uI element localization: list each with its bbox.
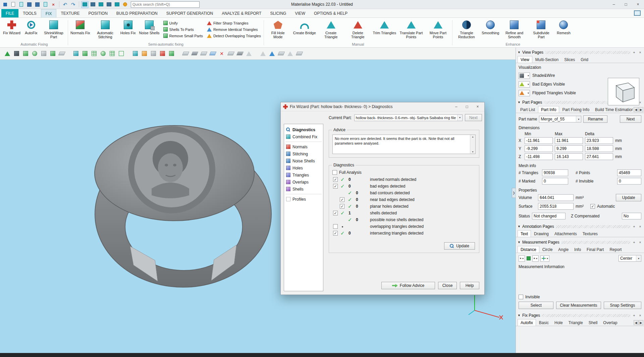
part-name-dropdown[interactable]: Merge_of_55 ▾ <box>539 116 581 122</box>
tab-options-help[interactable]: OPTIONS & HELP <box>310 9 352 17</box>
tab-info[interactable]: Info <box>572 246 584 253</box>
tab-part-info[interactable]: Part Info <box>538 106 559 113</box>
tab-file[interactable]: FILE <box>1 9 18 17</box>
create-triangle-button[interactable]: Create Triangle <box>318 19 344 40</box>
tab-build-time-estimation[interactable]: Build Time Estimation <box>592 106 636 113</box>
automatic-stitching-button[interactable]: Automatic Stitching <box>92 19 119 40</box>
pale-triangle-icon[interactable] <box>259 50 267 58</box>
close-icon[interactable]: × <box>638 225 642 228</box>
gray-plane-icon[interactable] <box>277 50 285 58</box>
tab-autofix[interactable]: Autofix <box>518 319 536 326</box>
color-swatch-button[interactable] <box>527 256 531 260</box>
bad-edges-dropdown[interactable]: ▾ <box>519 81 530 88</box>
tab-part-list[interactable]: Part List <box>518 106 538 113</box>
dialog-titlebar[interactable]: Fix Wizard (Part: hollow back- thickness… <box>281 102 484 111</box>
x-min-field[interactable] <box>525 137 553 144</box>
tab-build-preparation[interactable]: BUILD PREPARATION <box>112 9 162 17</box>
unify-button[interactable]: Unify <box>161 20 205 26</box>
tab-support-generation[interactable]: SUPPORT GENERATION <box>162 9 217 17</box>
current-part-dropdown[interactable]: hollow back- thickness- 0.6-mm- obj- Sat… <box>354 114 463 121</box>
zoom-out-icon[interactable] <box>113 1 121 8</box>
tab-scroll-right-icon[interactable]: ▶ <box>639 320 643 325</box>
blue-plane-icon[interactable] <box>209 50 217 58</box>
rename-button[interactable]: Rename <box>583 115 607 123</box>
snap-settings-button[interactable]: Snap Settings <box>604 302 641 309</box>
axis-mode-dropdown[interactable]: ▾ <box>540 255 549 262</box>
pin-icon[interactable]: + <box>632 51 636 54</box>
detect-overlapping-triangles-button[interactable]: Detect Overlapping Triangles <box>205 33 263 39</box>
tab-texture[interactable]: TEXTURE <box>56 9 84 17</box>
tab-grid[interactable]: Grid <box>578 56 591 63</box>
tab-triangle[interactable]: Triangle <box>566 319 586 326</box>
sidebar-item-normals[interactable]: Normals <box>284 143 323 150</box>
tab-text[interactable]: Text <box>518 230 531 237</box>
sidebar-item-triangles[interactable]: Triangles <box>284 171 323 178</box>
invisible-checkbox[interactable] <box>519 295 523 299</box>
gray-cube-icon[interactable] <box>149 50 157 58</box>
close-icon[interactable]: × <box>638 314 642 317</box>
y-delta-field[interactable] <box>585 145 613 152</box>
tab-attachments[interactable]: Attachments <box>552 231 580 237</box>
y-min-field[interactable] <box>525 145 553 152</box>
fix-pages-header[interactable]: ▼ Fix Pages + × <box>516 312 644 318</box>
tab-view[interactable]: View <box>518 56 532 63</box>
sidebar-item-overlaps[interactable]: Overlaps <box>284 178 323 186</box>
tab-overlap[interactable]: Overlap <box>600 319 620 326</box>
fill-hole-mode-button[interactable]: Fill Hole Mode <box>265 19 291 40</box>
remove-identical-triangles-button[interactable]: Remove Identical Triangles <box>205 26 263 33</box>
checkbox[interactable] <box>340 204 344 209</box>
holes-fix-button[interactable]: Holes Fix <box>119 19 138 36</box>
move-part-points-button[interactable]: Move Part Points <box>425 19 451 40</box>
help-button[interactable]: Help <box>460 282 479 289</box>
tab-hole[interactable]: Hole <box>552 319 566 326</box>
sidebar-item-shells[interactable]: Shells <box>284 186 323 193</box>
pale-triangle-icon[interactable] <box>286 50 294 58</box>
trim-triangles-button[interactable]: Trim Triangles <box>371 19 398 36</box>
pale-triangle-icon[interactable] <box>245 50 253 58</box>
quick-search-input[interactable] <box>131 1 200 8</box>
orange-cube-icon[interactable] <box>140 50 148 58</box>
shells-to-parts-button[interactable]: Shells To Parts <box>161 26 205 33</box>
filter-sharp-triangles-button[interactable]: Filter Sharp Triangles <box>205 20 263 26</box>
center-mode-dropdown[interactable]: Center ▾ <box>619 255 641 262</box>
tab-scroll-left-icon[interactable]: ◀ <box>634 107 638 112</box>
scrollbar[interactable]: ▲ ▼ <box>470 135 475 154</box>
sidebar-item-profiles[interactable]: Profiles <box>284 196 323 203</box>
pin-icon[interactable]: + <box>632 241 636 244</box>
update-diagnostics-button[interactable]: Update <box>444 242 475 250</box>
collapse-arrow-icon[interactable]: ▼ <box>518 101 521 104</box>
z-max-field[interactable] <box>555 153 583 160</box>
collapse-arrow-icon[interactable]: ▼ <box>518 314 521 317</box>
green-triangle-icon[interactable] <box>3 50 11 58</box>
fix-wizard-button[interactable]: Fix Wizard <box>1 19 22 36</box>
checkbox[interactable] <box>340 197 344 202</box>
sidebar-item-diagnostics[interactable]: Diagnostics <box>284 126 323 133</box>
tab-view[interactable]: VIEW <box>290 9 310 17</box>
points-field[interactable] <box>617 169 641 176</box>
create-bridge-button[interactable]: Create Bridge <box>291 19 318 36</box>
advice-textarea[interactable]: No more errors are detected. It seems th… <box>332 135 476 154</box>
tab-basic[interactable]: Basic <box>536 319 551 326</box>
app-menu-icon[interactable] <box>1 1 9 8</box>
gray-plane-icon[interactable] <box>58 50 66 58</box>
tab-tools[interactable]: TOOLS <box>18 9 41 17</box>
close-icon[interactable]: × <box>638 51 642 54</box>
checkbox[interactable] <box>333 211 338 215</box>
tab-drawing[interactable]: Drawing <box>531 231 551 237</box>
shade-wire-dropdown[interactable]: ▾ <box>519 72 530 79</box>
gray-plane-icon[interactable] <box>295 50 303 58</box>
select-button[interactable]: Select <box>519 302 553 309</box>
license-key-icon[interactable] <box>121 1 129 8</box>
redo-icon[interactable]: ↷ <box>69 1 77 8</box>
triangle-reduction-button[interactable]: Triangle Reduction <box>453 19 480 40</box>
save-as-icon[interactable] <box>34 1 41 8</box>
teal-cube-icon[interactable] <box>72 50 80 58</box>
tab-scroll-right-icon[interactable]: ▶ <box>639 107 643 112</box>
triangles-field[interactable] <box>542 169 568 176</box>
y-max-field[interactable] <box>555 145 583 152</box>
minimize-button[interactable]: – <box>608 0 620 9</box>
measurement-pages-header[interactable]: ▼ Measurement Pages + × <box>516 239 644 245</box>
tab-fix[interactable]: FIX <box>41 9 57 17</box>
tab-analyze-report[interactable]: ANALYZE & REPORT <box>217 9 266 17</box>
x-delta-field[interactable] <box>585 137 613 144</box>
